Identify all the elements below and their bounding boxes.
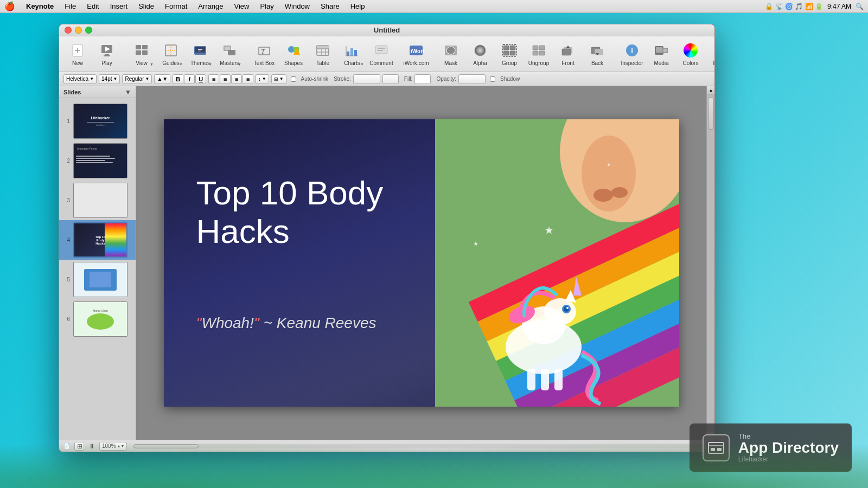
columns-dropdown[interactable]: ⊞ ▼ <box>271 74 286 84</box>
charts-arrow: ▼ <box>360 62 364 66</box>
svg-rect-6 <box>104 55 110 56</box>
slide-item-4[interactable]: 4 Top 10BodyHacks <box>59 220 136 260</box>
slide-thumb-6: Marco Chart <box>73 301 127 337</box>
table-button[interactable]: Table <box>309 39 337 69</box>
play-button[interactable]: Play <box>93 39 121 69</box>
svg-text:T: T <box>261 47 265 55</box>
mask-button[interactable]: Mask <box>437 39 465 69</box>
play-label: Play <box>101 60 112 66</box>
svg-rect-50 <box>510 51 515 55</box>
view-icon <box>133 42 150 59</box>
align-right-button[interactable]: ≡ <box>231 74 242 84</box>
close-button[interactable] <box>65 27 72 34</box>
search-icon[interactable]: 🔍 <box>856 3 864 10</box>
media-button[interactable]: Media <box>647 39 675 69</box>
textbox-button[interactable]: T Text Box <box>250 39 278 69</box>
scrollbar[interactable]: ▲ ▼ <box>706 86 714 440</box>
fill-color[interactable] <box>414 74 431 84</box>
shapes-label: Shapes <box>284 60 303 66</box>
textbox-icon: T <box>256 42 273 59</box>
font-size-dropdown[interactable]: 14pt ▼ <box>99 74 120 84</box>
align-justify-button[interactable]: ≡ <box>242 74 253 84</box>
slide-item-6[interactable]: 6 Marco Chart <box>59 299 136 339</box>
menu-view[interactable]: View <box>232 2 252 11</box>
slide-item-2[interactable]: 2 Important Points <box>59 141 136 181</box>
italic-button[interactable]: I <box>184 74 195 84</box>
maximize-button[interactable] <box>85 27 92 34</box>
menu-window[interactable]: Window <box>283 2 312 11</box>
charts-button[interactable]: Charts ▼ <box>338 39 366 69</box>
slide-item-5[interactable]: 5 <box>59 260 136 299</box>
svg-rect-7 <box>136 45 141 49</box>
auto-shrink-checkbox[interactable] <box>291 76 296 82</box>
apple-menu[interactable]: 🍎 <box>4 1 15 11</box>
masters-icon <box>221 42 238 59</box>
shapes-button[interactable]: Shapes <box>279 39 308 69</box>
app-name[interactable]: Keynote <box>24 2 56 11</box>
new-label: New <box>72 60 83 66</box>
menu-play[interactable]: Play <box>258 2 276 11</box>
scrollbar-thumb[interactable] <box>708 97 714 130</box>
iwork-button[interactable]: iWork .com iWork.com <box>402 39 430 69</box>
size-dropdown[interactable]: ▲▼ <box>154 74 170 84</box>
minimize-button[interactable] <box>75 27 82 34</box>
menu-slide[interactable]: Slide <box>136 2 156 11</box>
front-button[interactable]: Front <box>554 39 582 69</box>
slide-thumb-4: Top 10BodyHacks <box>73 222 127 258</box>
group-button[interactable]: Group <box>495 39 524 69</box>
menu-edit[interactable]: Edit <box>85 2 101 11</box>
view-button[interactable]: View ▼ <box>127 39 156 69</box>
slide-item-3[interactable]: 3 <box>59 181 136 220</box>
menu-file[interactable]: File <box>62 2 78 11</box>
stroke-dropdown[interactable] <box>353 74 380 84</box>
menu-insert[interactable]: Insert <box>108 2 130 11</box>
back-button[interactable]: Back <box>583 39 611 69</box>
svg-rect-57 <box>562 49 571 55</box>
comment-button[interactable]: Comment <box>367 39 395 69</box>
inspector-button[interactable]: i Inspector <box>618 39 646 69</box>
align-center-button[interactable]: ≡ <box>220 74 231 84</box>
align-left-button[interactable]: ≡ <box>208 74 219 84</box>
alpha-button[interactable]: Alpha <box>466 39 494 69</box>
bold-button[interactable]: B <box>173 74 183 84</box>
menu-help[interactable]: Help <box>348 2 367 11</box>
svg-point-86 <box>564 306 569 312</box>
svg-rect-91 <box>541 369 549 390</box>
svg-rect-33 <box>350 48 353 56</box>
new-button[interactable]: New <box>63 39 92 69</box>
back-label: Back <box>591 60 603 66</box>
slide-thumb-2: Important Points <box>73 143 127 178</box>
themes-label: Themes <box>190 60 210 66</box>
masters-button[interactable]: Masters ▼ <box>215 39 244 69</box>
menu-share[interactable]: Share <box>318 2 342 11</box>
font-family-dropdown[interactable]: Helvetica ▼ <box>63 74 97 84</box>
shadow-checkbox[interactable] <box>490 76 495 82</box>
svg-rect-20 <box>225 47 230 50</box>
opacity-dropdown[interactable] <box>458 74 486 84</box>
svg-point-83 <box>544 298 576 325</box>
stroke-label: Stroke: <box>334 76 351 82</box>
front-label: Front <box>561 60 574 66</box>
svg-text:.com: .com <box>411 54 418 57</box>
underline-button[interactable]: U <box>195 74 206 84</box>
line-spacing-dropdown[interactable]: ↕ ▼ <box>256 74 269 84</box>
svg-rect-92 <box>554 369 563 390</box>
svg-point-69 <box>593 189 613 202</box>
guides-button[interactable]: Guides ▼ <box>157 39 185 69</box>
style-dropdown[interactable]: Regular ▼ <box>122 74 152 84</box>
svg-rect-65 <box>663 49 667 52</box>
ungroup-button[interactable]: Ungroup <box>525 39 553 69</box>
new-icon <box>69 42 86 59</box>
panel-collapse-button[interactable]: ▼ <box>125 88 131 96</box>
themes-button[interactable]: Themes ▼ <box>186 39 214 69</box>
scroll-up-button[interactable]: ▲ <box>707 86 714 94</box>
slide-thumb-3 <box>73 183 127 218</box>
group-label: Group <box>502 60 517 66</box>
menu-arrange[interactable]: Arrange <box>196 2 225 11</box>
stroke-color[interactable] <box>382 74 399 84</box>
menu-format[interactable]: Format <box>163 2 189 11</box>
fonts-button[interactable]: A Fonts <box>706 39 715 69</box>
colors-button[interactable]: Colors <box>676 39 705 69</box>
canvas-area[interactable]: Top 10 BodyHacks "Whoah!" ~ Keanu Reeves <box>136 86 706 440</box>
slide-item-1[interactable]: 1 Lifehacker text here <box>59 101 136 141</box>
